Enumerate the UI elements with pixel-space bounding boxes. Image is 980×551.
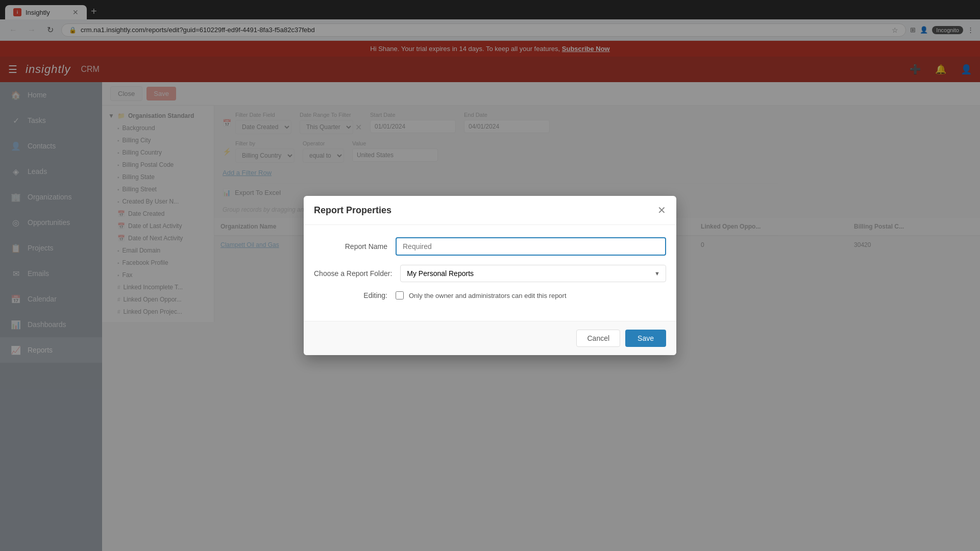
report-name-input[interactable] <box>396 237 666 256</box>
modal-footer: Cancel Save <box>304 321 676 355</box>
report-name-control <box>396 237 666 256</box>
report-properties-modal: Report Properties ✕ Report Name Choose a… <box>304 196 676 355</box>
editing-text: Only the owner and administrators can ed… <box>409 292 567 299</box>
folder-control: My Personal Reports Shared Reports <box>400 265 666 282</box>
save-button[interactable]: Save <box>625 330 666 347</box>
editing-row: Editing: Only the owner and administrato… <box>314 291 666 299</box>
folder-label: Choose a Report Folder: <box>314 269 400 278</box>
modal-overlay: Report Properties ✕ Report Name Choose a… <box>0 0 980 551</box>
modal-header: Report Properties ✕ <box>304 196 676 225</box>
report-name-row: Report Name <box>314 237 666 256</box>
report-name-label: Report Name <box>314 242 396 251</box>
editing-label: Editing: <box>314 291 396 299</box>
modal-title: Report Properties <box>314 205 391 216</box>
folder-row: Choose a Report Folder: My Personal Repo… <box>314 265 666 282</box>
modal-body: Report Name Choose a Report Folder: My P… <box>304 225 676 321</box>
cancel-button[interactable]: Cancel <box>576 330 620 347</box>
modal-close-button[interactable]: ✕ <box>657 204 666 216</box>
editing-control: Only the owner and administrators can ed… <box>396 291 666 299</box>
folder-select[interactable]: My Personal Reports Shared Reports <box>400 265 666 282</box>
editing-checkbox[interactable] <box>396 291 404 299</box>
